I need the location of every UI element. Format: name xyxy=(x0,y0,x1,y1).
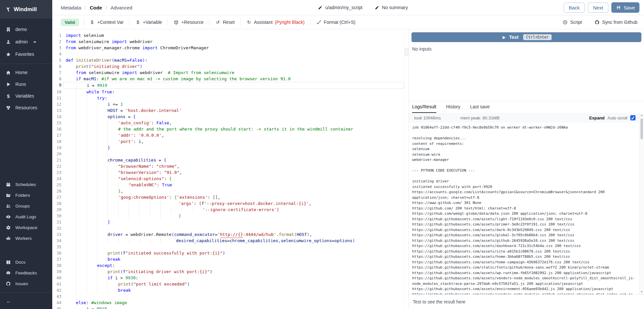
code-editor[interactable]: 1import selenium2from seleniumwire impor… xyxy=(52,29,409,309)
code-line[interactable]: 29 '--ignore-certificate-errors'] xyxy=(52,207,409,213)
sync-github-button[interactable]: Sync from Github xyxy=(594,20,637,25)
code-line[interactable]: 20 xyxy=(52,151,409,157)
code-line[interactable]: 5def initiateDriver(macM1=False): xyxy=(52,57,409,63)
code-line[interactable]: 44 else: #windows image xyxy=(52,300,409,306)
tab-code[interactable]: Code xyxy=(90,5,102,10)
tab-logs-result[interactable]: Logs/Result xyxy=(412,101,436,113)
code-token: import xyxy=(142,45,158,51)
tab-history[interactable]: History xyxy=(446,101,460,113)
code-line[interactable]: 1import selenium xyxy=(52,32,409,39)
tab-metadata[interactable]: Metadata xyxy=(61,5,81,10)
code-line[interactable]: 18 'port': i, xyxy=(52,138,409,145)
line-number: 25 xyxy=(52,182,61,188)
sidebar-item-workers[interactable]: Workers xyxy=(0,233,52,244)
assistant-button[interactable]: ↻Assistant(Pyright Black) xyxy=(241,15,310,29)
tab-advanced[interactable]: Advanced xyxy=(110,5,132,10)
code-line[interactable]: 12 i += 1 xyxy=(52,101,409,107)
code-line[interactable]: 36 print(f"initiated successfully with p… xyxy=(52,250,409,256)
sidebar-item-runs[interactable]: Runs xyxy=(0,78,52,90)
expand-logs-button[interactable]: Expand xyxy=(589,116,604,120)
editor-overview-ruler[interactable] xyxy=(404,29,409,309)
code-line[interactable]: 25 "enableVNC": True xyxy=(52,182,409,188)
scroll-up-icon[interactable]: ▲ xyxy=(640,113,643,118)
code-line[interactable]: 45 i = 9919 xyxy=(52,306,409,309)
code-line[interactable]: 33 driver = webdriver.Remote(command_exe… xyxy=(52,231,409,238)
windmill-logo[interactable]: Windmill xyxy=(0,0,52,19)
code-line[interactable]: 43 xyxy=(52,293,409,300)
sidebar-item-audit-logs[interactable]: Audit Logs xyxy=(0,211,52,222)
logs-scrollbar[interactable]: ▲ ▼ xyxy=(639,113,644,294)
code-line[interactable]: 16 # the addr and the port where the pro… xyxy=(52,126,409,132)
code-line[interactable]: 13 HOST = 'host.docker.internal' xyxy=(52,107,409,114)
indent-guide xyxy=(87,219,97,225)
code-line[interactable]: 9 i = 9919 xyxy=(52,82,409,89)
code-line[interactable]: 42 break xyxy=(52,287,409,293)
sidebar-item-user-admin[interactable]: admin xyxy=(0,36,52,48)
code-line[interactable]: 24 "selenoid:options": { xyxy=(52,176,409,182)
code-line[interactable]: 32 xyxy=(52,225,409,231)
code-line[interactable]: 27 'goog:chromeOptions': {'extensions': … xyxy=(52,194,409,200)
code-line[interactable]: 21 chrome_capabilities = { xyxy=(52,157,409,163)
script-path[interactable]: u/admin/my_script xyxy=(317,5,362,10)
sidebar-item-issues[interactable]: Issues xyxy=(0,278,52,289)
code-line[interactable]: 19 } xyxy=(52,145,409,151)
code-line[interactable]: 26 }, xyxy=(52,188,409,194)
tab-last-save[interactable]: Last save xyxy=(470,101,490,113)
code-line[interactable]: 28 'args': [f'--proxy-server=host.docker… xyxy=(52,200,409,207)
log-line: https://github.githubassets.com/assets/s… xyxy=(412,249,636,255)
code-line[interactable]: 6 print("initiating driver") xyxy=(52,63,409,70)
format-button[interactable]: Format (Ctrl+S) xyxy=(311,15,361,29)
code-line[interactable]: 40 if i > 9930: xyxy=(52,275,409,281)
scroll-down-icon[interactable]: ▼ xyxy=(640,289,643,294)
sidebar-item-resources[interactable]: Resources xyxy=(0,102,52,114)
code-line[interactable]: 39 print(f"initiating driver with port:{… xyxy=(52,269,409,275)
code-line[interactable]: 7 from seleniumwire import webdriver # I… xyxy=(52,70,409,76)
code-line[interactable]: 31 } xyxy=(52,219,409,225)
auto-scroll-checkbox[interactable]: ✓ xyxy=(630,115,636,120)
resource-button[interactable]: +Resource xyxy=(168,15,209,29)
save-button[interactable]: Save xyxy=(611,2,639,13)
code-line[interactable]: 30 } xyxy=(52,213,409,219)
code-line[interactable]: 10 while True: xyxy=(52,89,409,95)
code-line[interactable]: 38 except: xyxy=(52,262,409,269)
script-summary[interactable]: No summary xyxy=(374,5,408,10)
code-line[interactable]: 15 'auto_config': False, xyxy=(52,120,409,126)
sidebar-item-variables[interactable]: $Variables xyxy=(0,90,52,102)
sidebar-item-home[interactable]: Home xyxy=(0,67,52,78)
test-button[interactable]: ▶ Test Ctrl+Enter xyxy=(411,32,641,42)
code-line[interactable]: 11 try: xyxy=(52,95,409,101)
code-line[interactable]: 17 'addr': '0.0.0.0', xyxy=(52,132,409,138)
indent-guide xyxy=(76,200,86,207)
collapse-sidebar-button[interactable]: ← xyxy=(6,299,11,303)
sidebar-item-feedbacks[interactable]: Feedbacks xyxy=(0,268,52,278)
sidebar-item-groups[interactable]: Groups xyxy=(0,201,52,211)
sidebar-item-workspace-demo[interactable]: demo xyxy=(0,23,52,36)
code-line[interactable]: 2from seleniumwire import webdriver xyxy=(52,39,409,45)
next-button[interactable]: Next xyxy=(588,3,608,13)
code-line[interactable]: 41 print("port limit exceeded") xyxy=(52,281,409,287)
code-line[interactable]: 3from webdriver_manager.chrome import Ch… xyxy=(52,45,409,51)
log-output[interactable]: job 01864aff-22dd-cf40-f0c5-0ec8e9b50c70… xyxy=(409,123,644,294)
code-line[interactable]: 35 xyxy=(52,244,409,250)
code-line[interactable]: 14 options = { xyxy=(52,114,409,120)
line-number: 40 xyxy=(52,275,61,281)
sidebar-item-schedules[interactable]: Schedules xyxy=(0,179,52,190)
script-kind-button[interactable]: Script xyxy=(562,20,582,25)
code-line[interactable]: 37 break xyxy=(52,256,409,262)
context-var-button[interactable]: $+Context Var xyxy=(84,15,129,29)
sidebar-item-docs[interactable]: Docs xyxy=(0,257,52,268)
code-line[interactable]: 4 xyxy=(52,51,409,57)
reset-button[interactable]: ↺Reset xyxy=(209,15,240,29)
sidebar-item-workspace[interactable]: Workspace xyxy=(0,222,52,233)
back-button[interactable]: Back xyxy=(564,3,585,13)
variable-button[interactable]: $+Variable xyxy=(130,15,168,29)
code-line[interactable]: 22 "browserName": "chrome", xyxy=(52,163,409,169)
indent-guide xyxy=(87,262,97,269)
code-line[interactable]: 34 desired_capabilities=chrome_capabilit… xyxy=(52,238,409,244)
sidebar-item-favorites[interactable]: Favorites xyxy=(0,48,52,60)
scrollbar-thumb[interactable] xyxy=(640,118,643,139)
code-line[interactable]: 8 if macM1: #if we are on mac m1 -> cust… xyxy=(52,76,409,82)
code-token: : xyxy=(208,194,213,200)
code-line[interactable]: 23 "browserVersion": "91.0", xyxy=(52,169,409,176)
sidebar-item-folders[interactable]: Folders xyxy=(0,190,52,201)
